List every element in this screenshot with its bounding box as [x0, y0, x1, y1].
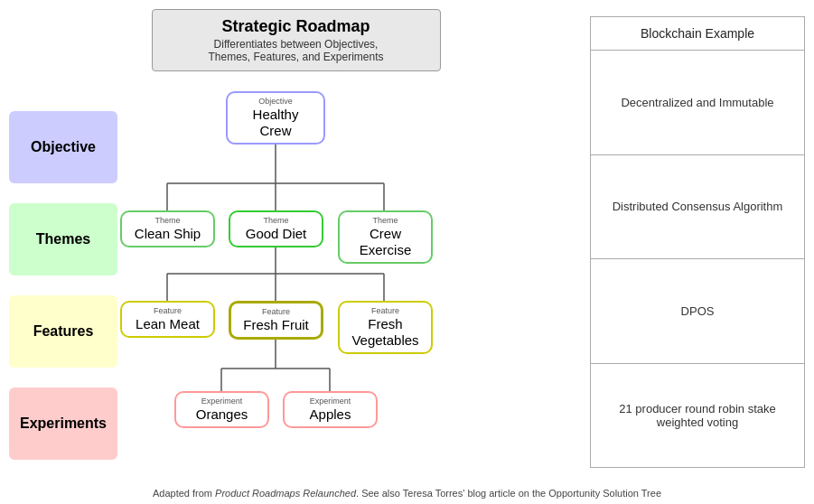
blockchain-row-3: DPOS — [591, 259, 804, 364]
node-theme-3: Theme Crew Exercise — [338, 210, 433, 264]
label-objective: Objective — [9, 111, 117, 183]
tree-area: Objective Healthy Crew Theme Clean Ship … — [117, 84, 583, 495]
blockchain-row-2: Distributed Consensus Algorithm — [591, 155, 804, 260]
label-features: Features — [9, 295, 117, 368]
label-themes: Themes — [9, 203, 117, 275]
header-title: Strategic Roadmap — [164, 17, 429, 36]
blockchain-row-4: 21 producer round robin stake weighted v… — [591, 364, 804, 468]
node-feature-2: Feature Fresh Fruit — [229, 301, 323, 340]
header-box: Strategic Roadmap Differentiates between… — [152, 9, 441, 71]
node-theme-1: Theme Clean Ship — [120, 210, 215, 247]
left-panel: Strategic Roadmap Differentiates between… — [9, 9, 583, 495]
footer-text: Adapted from Product Roadmaps Relaunched… — [0, 488, 814, 499]
labels-column: Objective Themes Features Experiments — [9, 84, 117, 495]
tree-lines — [117, 84, 583, 495]
main-container: Strategic Roadmap Differentiates between… — [0, 0, 814, 504]
header-subtitle: Differentiates between Objectives, Theme… — [164, 38, 429, 63]
node-objective: Objective Healthy Crew — [226, 91, 325, 145]
blockchain-panel: Blockchain Example Decentralized and Imm… — [590, 16, 805, 468]
node-experiment-1: Experiment Oranges — [174, 391, 269, 428]
label-experiments: Experiments — [9, 387, 117, 460]
node-experiment-2: Experiment Apples — [283, 391, 378, 428]
blockchain-title: Blockchain Example — [591, 17, 804, 51]
node-feature-3: Feature Fresh Vegetables — [338, 301, 433, 354]
diagram-section: Objective Themes Features Experiments — [9, 84, 583, 495]
node-feature-1: Feature Lean Meat — [120, 301, 215, 338]
node-theme-2: Theme Good Diet — [229, 210, 323, 247]
blockchain-row-1: Decentralized and Immutable — [591, 51, 804, 155]
